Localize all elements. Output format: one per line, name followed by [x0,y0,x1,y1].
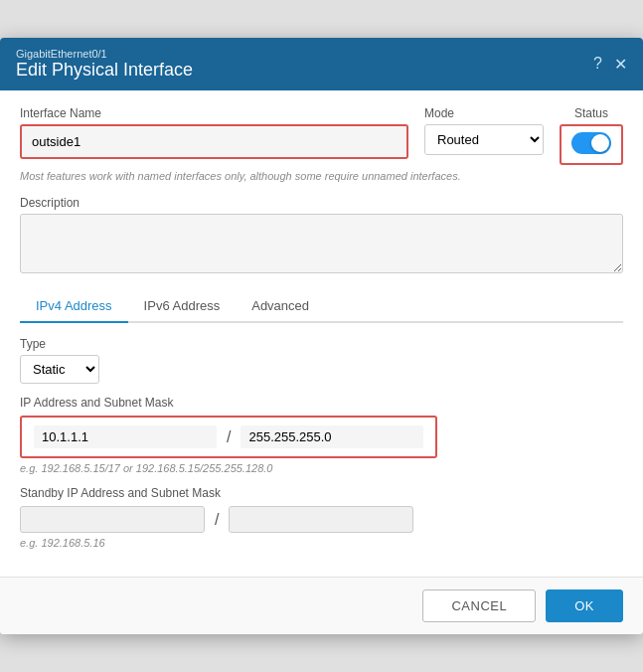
header-subtitle: GigabitEthernet0/1 [16,48,193,60]
ip-section-label: IP Address and Subnet Mask [20,396,623,410]
dialog-header: GigabitEthernet0/1 Edit Physical Interfa… [0,38,643,90]
type-select[interactable]: Static DHCP PPPoE [20,355,99,384]
standby-section: Standby IP Address and Subnet Mask / e.g… [20,486,623,549]
mode-label: Mode [424,106,544,120]
standby-label: Standby IP Address and Subnet Mask [20,486,623,500]
type-row: Type Static DHCP PPPoE [20,337,623,384]
top-row: Interface Name Mode Routed Passive Statu… [20,106,623,165]
dialog-footer: CANCEL OK [0,577,643,634]
interface-name-label: Interface Name [20,106,408,120]
close-icon[interactable]: ✕ [614,55,627,74]
status-group: Status [560,106,623,165]
tab-ipv6[interactable]: IPv6 Address [128,290,237,323]
edit-physical-interface-dialog: GigabitEthernet0/1 Edit Physical Interfa… [0,38,643,634]
type-label: Type [20,337,623,351]
standby-hint: e.g. 192.168.5.16 [20,537,623,549]
ip-hint: e.g. 192.168.5.15/17 or 192.168.5.15/255… [20,462,623,474]
slash-separator: / [227,428,231,446]
header-left: GigabitEthernet0/1 Edit Physical Interfa… [16,48,193,81]
mode-group: Mode Routed Passive [424,106,544,155]
interface-name-group: Interface Name [20,106,408,159]
description-textarea[interactable] [20,214,623,273]
mode-select[interactable]: Routed Passive [424,124,544,155]
type-select-wrapper: Static DHCP PPPoE [20,355,623,384]
ip-section: IP Address and Subnet Mask / e.g. 192.16… [20,396,623,474]
standby-ip-input[interactable] [20,506,205,533]
standby-subnet-input[interactable] [229,506,413,533]
standby-slash-separator: / [215,511,219,529]
description-group: Description [20,196,623,276]
interface-name-hint: Most features work with named interfaces… [20,169,623,184]
ipv4-content: Type Static DHCP PPPoE IP Address and Su… [20,337,623,549]
ip-address-input[interactable] [34,425,217,448]
header-icons: ? ✕ [593,55,627,74]
tab-advanced[interactable]: Advanced [236,290,325,323]
status-label: Status [574,106,608,120]
description-label: Description [20,196,623,210]
tab-bar: IPv4 Address IPv6 Address Advanced [20,290,623,323]
help-icon[interactable]: ? [593,55,602,73]
ok-button[interactable]: OK [546,589,623,622]
dialog-body: Interface Name Mode Routed Passive Statu… [0,90,643,577]
standby-row: / [20,506,623,533]
cancel-button[interactable]: CANCEL [422,589,536,622]
status-toggle[interactable] [571,132,611,154]
interface-name-box [20,124,408,159]
toggle-slider [571,132,611,154]
ip-box: / [20,416,437,458]
interface-name-input[interactable] [22,126,406,157]
header-title: Edit Physical Interface [16,60,193,81]
subnet-mask-input[interactable] [241,425,423,448]
status-box [560,124,623,165]
tab-ipv4[interactable]: IPv4 Address [20,290,128,323]
